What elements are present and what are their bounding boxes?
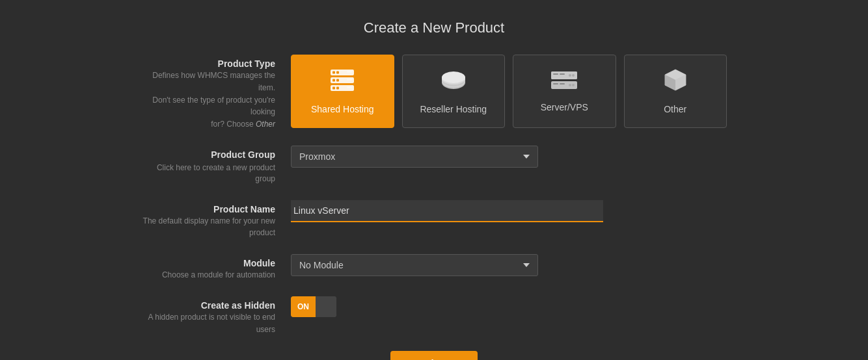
svg-point-27: [572, 84, 575, 86]
create-hidden-label-group: Create as Hidden A hidden product is not…: [141, 296, 291, 335]
reseller-hosting-icon: [409, 68, 498, 97]
svg-point-28: [569, 84, 571, 86]
card-reseller-hosting[interactable]: Reseller Hosting: [402, 55, 506, 128]
shared-hosting-icon: [298, 68, 387, 97]
card-other[interactable]: Other: [624, 55, 727, 128]
card-server-vps[interactable]: Server/VPS: [513, 55, 616, 128]
toggle-on-label: ON: [291, 296, 316, 317]
svg-rect-3: [347, 71, 352, 73]
continue-button[interactable]: Continue »: [390, 351, 478, 360]
svg-rect-9: [332, 87, 335, 90]
svg-rect-10: [336, 87, 339, 90]
product-type-row: Product Type Defines how WHMCS manages t…: [141, 55, 727, 130]
svg-rect-7: [347, 79, 352, 81]
continue-row: Continue »: [141, 351, 727, 360]
product-type-label: Product Type: [141, 58, 275, 69]
server-vps-label: Server/VPS: [520, 102, 609, 112]
product-type-cards: Shared Hosting: [291, 55, 727, 128]
svg-rect-6: [336, 79, 339, 82]
svg-rect-26: [560, 83, 565, 84]
reseller-hosting-label: Reseller Hosting: [409, 104, 498, 114]
svg-rect-2: [336, 71, 339, 74]
svg-rect-20: [553, 73, 558, 75]
product-group-label: Product Group: [141, 149, 275, 160]
product-name-content: [291, 200, 727, 222]
module-label: Module: [141, 258, 275, 268]
svg-rect-11: [347, 87, 352, 88]
create-hidden-sublabel: A hidden product is not visible to end u…: [148, 313, 275, 334]
module-sublabel: Choose a module for automation: [162, 270, 275, 279]
toggle-wrapper: ON: [291, 296, 727, 317]
product-name-sublabel: The default display name for your new pr…: [143, 216, 275, 238]
svg-rect-21: [560, 73, 565, 75]
product-group-row: Product Group Click here to create a new…: [141, 146, 727, 185]
other-label: Other: [631, 104, 720, 114]
toggle-off-area: [316, 296, 336, 317]
svg-point-23: [569, 74, 571, 77]
product-group-select[interactable]: Proxmox Default VPS: [291, 146, 538, 168]
svg-point-22: [572, 74, 575, 77]
form-container: Create a New Product Product Type Define…: [141, 19, 727, 360]
module-label-group: Module Choose a module for automation: [141, 254, 291, 281]
product-type-sublabel: Defines how WHMCS manages the item. Don'…: [152, 71, 275, 129]
create-hidden-toggle[interactable]: ON: [291, 296, 336, 317]
card-shared-hosting[interactable]: Shared Hosting: [291, 55, 394, 128]
shared-hosting-label: Shared Hosting: [298, 104, 387, 114]
svg-rect-25: [553, 83, 558, 84]
product-name-label: Product Name: [141, 204, 275, 214]
svg-point-17: [442, 71, 465, 83]
server-vps-icon: [520, 68, 609, 96]
create-hidden-label: Create as Hidden: [141, 300, 275, 311]
svg-rect-1: [332, 71, 335, 74]
create-hidden-content: ON: [291, 296, 727, 317]
module-select[interactable]: No Module cPanel Proxmox Plesk: [291, 254, 538, 276]
product-name-row: Product Name The default display name fo…: [141, 200, 727, 239]
product-group-content: Proxmox Default VPS: [291, 146, 727, 168]
module-row: Module Choose a module for automation No…: [141, 254, 727, 281]
page-title: Create a New Product: [141, 19, 727, 36]
page-wrapper: Create a New Product Product Type Define…: [0, 0, 868, 360]
product-name-input[interactable]: [291, 200, 603, 222]
product-type-label-group: Product Type Defines how WHMCS manages t…: [141, 55, 291, 130]
product-group-label-group: Product Group Click here to create a new…: [141, 146, 291, 185]
product-name-label-group: Product Name The default display name fo…: [141, 200, 291, 239]
product-type-grid: Shared Hosting: [291, 55, 727, 128]
svg-rect-5: [332, 79, 335, 82]
other-icon: [631, 68, 720, 97]
create-group-link[interactable]: Click here to create a new product group: [141, 162, 275, 185]
module-content: No Module cPanel Proxmox Plesk: [291, 254, 727, 276]
create-hidden-row: Create as Hidden A hidden product is not…: [141, 296, 727, 335]
